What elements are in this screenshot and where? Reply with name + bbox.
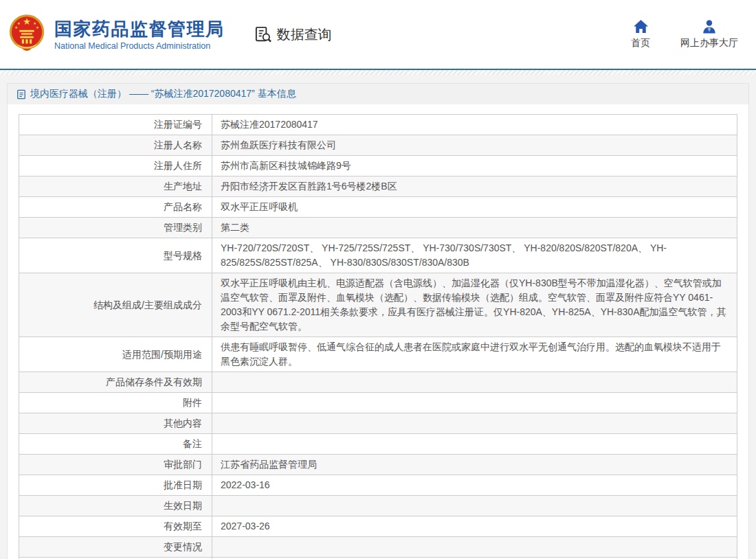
table-row-composition: 结构及组成/主要组成成分 双水平正压呼吸机由主机、电源适配器（含电源线）、加温湿… (19, 273, 737, 337)
site-header: ★ ★ ★ ★ ★ 国家药品监督管理局 National Medical Pro… (0, 0, 756, 69)
field-value (212, 496, 737, 516)
table-row-valid-until: 有效期至 2027-03-26 (19, 516, 737, 537)
field-label: 审批部门 (19, 455, 212, 475)
person-icon (702, 19, 717, 34)
field-value: 苏械注准20172080417 (212, 115, 737, 135)
field-label: 注册证编号 (19, 115, 212, 135)
field-value: 2022-03-16 (212, 475, 737, 495)
field-label: 适用范围/预期用途 (19, 337, 212, 372)
field-label: 结构及组成/主要组成成分 (19, 273, 212, 336)
table-row-approval-date: 批准日期 2022-03-16 (19, 475, 737, 496)
national-emblem-icon: ★ ★ ★ ★ ★ (8, 14, 45, 55)
field-label: 附件 (19, 393, 212, 413)
field-label: 有效期至 (19, 516, 212, 536)
field-label: 生产地址 (19, 176, 212, 196)
table-row-remarks: 备注 (19, 434, 737, 455)
site-logo[interactable]: ★ ★ ★ ★ ★ 国家药品监督管理局 National Medical Pro… (8, 14, 225, 55)
field-label: 注册人名称 (19, 135, 212, 155)
table-row-model-specs: 型号规格 YH-720/720S/720ST、 YH-725/725S/725S… (19, 238, 737, 273)
svg-text:★: ★ (33, 21, 36, 25)
page-title-bar: 境内医疗器械（注册） —— “苏械注准20172080417” 基本信息 (8, 84, 748, 104)
field-label: 产品储存条件及有效期 (19, 372, 212, 392)
field-value: 第二类 (212, 218, 737, 238)
field-label: 管理类别 (19, 218, 212, 238)
registration-info-table: 注册证编号 苏械注准20172080417 注册人名称 苏州鱼跃医疗科技有限公司… (19, 114, 737, 559)
brand-text: 国家药品监督管理局 National Medical Products Admi… (54, 19, 225, 51)
field-label: 其他内容 (19, 413, 212, 433)
field-value (212, 434, 737, 454)
table-row-product-name: 产品名称 双水平正压呼吸机 (19, 197, 737, 218)
nav-home-label: 首页 (631, 37, 650, 49)
page-title: 境内医疗器械（注册） —— “苏械注准20172080417” 基本信息 (30, 88, 296, 100)
top-nav: 首页 网上办事大厅 (631, 19, 738, 49)
field-value: 2027-03-26 (212, 516, 737, 536)
table-row-approval-department: 审批部门 江苏省药品监督管理局 (19, 455, 737, 475)
data-query-tab[interactable]: 数据查询 (254, 25, 332, 44)
org-subtitle: National Medical Products Administration (54, 41, 225, 51)
field-value (212, 537, 737, 557)
document-icon (16, 89, 26, 100)
table-row-registration-number: 注册证编号 苏械注准20172080417 (19, 115, 737, 135)
table-row-attachments: 附件 (19, 393, 737, 413)
field-value: 双水平正压呼吸机由主机、电源适配器（含电源线）、加温湿化器（仅YH-830B型号… (212, 273, 737, 336)
home-icon (633, 19, 649, 34)
nav-service-hall-label: 网上办事大厅 (680, 37, 738, 49)
svg-text:★: ★ (23, 17, 31, 27)
content-area: 境内医疗器械（注册） —— “苏械注准20172080417” 基本信息 注册证… (0, 75, 756, 559)
field-label: 注册人住所 (19, 156, 212, 176)
table-row-production-address: 生产地址 丹阳市经济开发区百胜路1号6号楼2楼B区 (19, 176, 737, 197)
field-label: 批准日期 (19, 475, 212, 495)
nav-home[interactable]: 首页 (631, 19, 650, 49)
data-query-label: 数据查询 (277, 25, 332, 44)
org-title: 国家药品监督管理局 (54, 19, 225, 39)
field-value: 苏州鱼跃医疗科技有限公司 (212, 135, 737, 155)
table-row-registrant-address: 注册人住所 苏州市高新区科技城锦峰路9号 (19, 156, 737, 176)
header-hatch-band (0, 70, 756, 75)
field-label: 型号规格 (19, 238, 212, 273)
table-row-change-status: 变更情况 (19, 537, 737, 558)
svg-text:★: ★ (17, 21, 21, 25)
field-value: 双水平正压呼吸机 (212, 197, 737, 217)
table-row-management-class: 管理类别 第二类 (19, 218, 737, 238)
field-label: 产品名称 (19, 197, 212, 217)
field-value: 丹阳市经济开发区百胜路1号6号楼2楼B区 (212, 176, 737, 196)
field-value: 供患有睡眠呼吸暂停、低通气综合征的成人患者在医院或家庭中进行双水平无创通气治疗用… (212, 337, 737, 372)
field-label: 备注 (19, 434, 212, 454)
svg-text:★: ★ (14, 25, 18, 30)
nav-service-hall[interactable]: 网上办事大厅 (680, 19, 738, 49)
document-search-icon (254, 25, 272, 44)
table-row-effective-date: 生效日期 (19, 496, 737, 516)
table-row-intended-use: 适用范围/预期用途 供患有睡眠呼吸暂停、低通气综合征的成人患者在医院或家庭中进行… (19, 337, 737, 372)
field-value (212, 372, 737, 392)
field-label: 生效日期 (19, 496, 212, 516)
table-row-registrant-name: 注册人名称 苏州鱼跃医疗科技有限公司 (19, 135, 737, 156)
svg-text:★: ★ (36, 25, 39, 30)
table-row-storage-conditions: 产品储存条件及有效期 (19, 372, 737, 393)
table-row-other-content: 其他内容 (19, 413, 737, 434)
result-panel: 境内医疗器械（注册） —— “苏械注准20172080417” 基本信息 注册证… (7, 83, 749, 559)
field-value (212, 413, 737, 433)
field-value: 江苏省药品监督管理局 (212, 455, 737, 475)
field-value (212, 393, 737, 413)
field-value: 苏州市高新区科技城锦峰路9号 (212, 156, 737, 176)
field-value: YH-720/720S/720ST、 YH-725/725S/725ST、 YH… (212, 238, 737, 273)
field-label: 变更情况 (19, 537, 212, 557)
